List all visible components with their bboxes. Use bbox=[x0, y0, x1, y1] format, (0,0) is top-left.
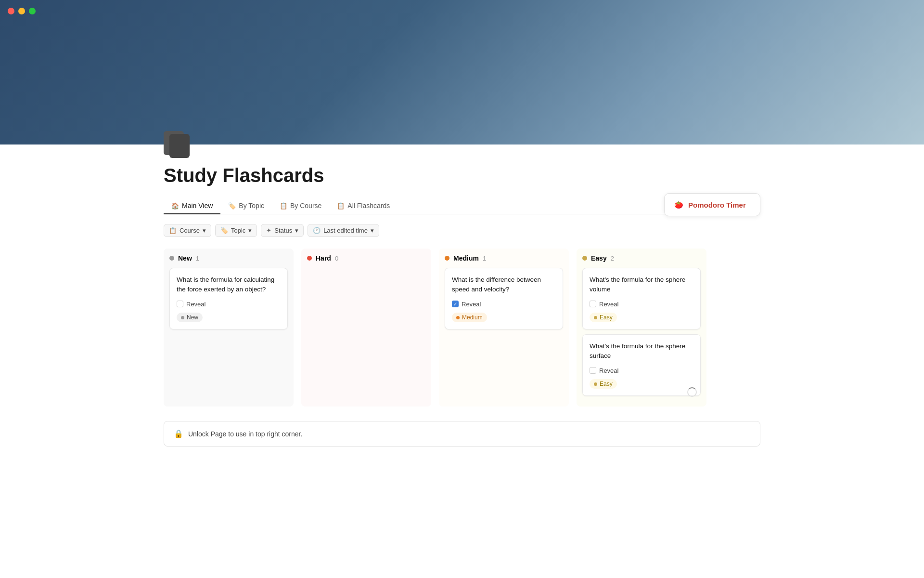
filter-last-edited[interactable]: 🕐 Last edited time ▾ bbox=[308, 224, 379, 237]
reveal-checkbox[interactable] bbox=[590, 301, 596, 307]
flashcard-easy-1[interactable]: What's the formula for the sphere volume… bbox=[582, 268, 701, 329]
maximize-button[interactable] bbox=[29, 8, 36, 14]
reveal-row: Reveal bbox=[590, 367, 693, 374]
status-filter-icon: ✦ bbox=[266, 227, 271, 234]
status-badge-new: New bbox=[177, 313, 281, 323]
easy-dot bbox=[582, 256, 587, 261]
hard-dot bbox=[307, 256, 312, 261]
course-filter-icon: 📋 bbox=[169, 227, 177, 234]
reveal-checkbox[interactable] bbox=[177, 301, 183, 307]
column-header-hard: Hard 0 bbox=[307, 254, 425, 262]
chevron-down-icon: ▾ bbox=[203, 227, 206, 234]
filter-course[interactable]: 📋 Course ▾ bbox=[164, 224, 211, 237]
status-badge-medium: Medium bbox=[452, 313, 556, 323]
lock-icon: 🔒 bbox=[174, 429, 183, 438]
page-icon bbox=[164, 130, 760, 159]
tabs-area: 🏠 Main View 🏷️ By Topic 📋 By Course 📋 Al… bbox=[164, 198, 760, 214]
tag-icon: 🏷️ bbox=[228, 202, 236, 210]
flashcard-new-1[interactable]: What is the formula for calculating the … bbox=[169, 268, 288, 329]
header-banner bbox=[0, 0, 924, 144]
home-icon: 🏠 bbox=[171, 202, 179, 210]
reveal-row: Reveal bbox=[177, 301, 281, 308]
tab-main-view[interactable]: 🏠 Main View bbox=[164, 198, 220, 214]
column-hard: Hard 0 bbox=[301, 249, 431, 407]
minimize-button[interactable] bbox=[18, 8, 25, 14]
loading-spinner bbox=[687, 387, 697, 397]
flashcard-medium-1[interactable]: What is the difference between speed and… bbox=[445, 268, 563, 329]
badge-dot bbox=[594, 316, 597, 319]
pomodoro-widget[interactable]: 🍅 Pomodoro Timer bbox=[664, 193, 760, 216]
flashcard-icon bbox=[164, 130, 192, 159]
page-content: Study Flashcards 🏠 Main View 🏷️ By Topic… bbox=[125, 130, 799, 466]
column-medium: Medium 1 What is the difference between … bbox=[439, 249, 569, 407]
status-badge-easy-1: Easy bbox=[590, 313, 693, 323]
badge-dot bbox=[181, 316, 184, 319]
close-button[interactable] bbox=[8, 8, 14, 14]
tab-all-flashcards[interactable]: 📋 All Flashcards bbox=[329, 198, 398, 214]
chevron-down-icon: ▾ bbox=[248, 227, 252, 234]
clock-filter-icon: 🕐 bbox=[313, 227, 321, 234]
column-new: New 1 What is the formula for calculatin… bbox=[164, 249, 294, 407]
column-header-easy: Easy 2 bbox=[582, 254, 701, 262]
chevron-down-icon: ▾ bbox=[295, 227, 298, 234]
tag-filter-icon: 🏷️ bbox=[220, 227, 228, 234]
badge-dot bbox=[594, 382, 597, 386]
card-front bbox=[169, 134, 190, 158]
page-title: Study Flashcards bbox=[164, 165, 760, 186]
medium-dot bbox=[445, 256, 449, 261]
tab-by-course[interactable]: 📋 By Course bbox=[272, 198, 329, 214]
reveal-row: ✓ Reveal bbox=[452, 301, 556, 308]
new-dot bbox=[169, 256, 174, 261]
lock-notice: 🔒 Unlock Page to use in top right corner… bbox=[164, 421, 760, 447]
reveal-row: Reveal bbox=[590, 301, 693, 308]
doc-icon: 📋 bbox=[280, 202, 287, 210]
column-easy: Easy 2 What's the formula for the sphere… bbox=[577, 249, 706, 407]
filters-bar: 📋 Course ▾ 🏷️ Topic ▾ ✦ Status ▾ 🕐 Last … bbox=[164, 224, 760, 237]
kanban-board: New 1 What is the formula for calculatin… bbox=[164, 249, 760, 407]
column-header-new: New 1 bbox=[169, 254, 288, 262]
tomato-icon: 🍅 bbox=[674, 200, 683, 209]
traffic-lights bbox=[8, 8, 36, 14]
chevron-down-icon: ▾ bbox=[371, 227, 374, 234]
filter-status[interactable]: ✦ Status ▾ bbox=[261, 224, 304, 237]
flashcard-easy-2[interactable]: What's the formula for the sphere surfac… bbox=[582, 334, 701, 396]
filter-topic[interactable]: 🏷️ Topic ▾ bbox=[215, 224, 257, 237]
badge-dot bbox=[456, 316, 460, 319]
tab-by-topic[interactable]: 🏷️ By Topic bbox=[220, 198, 272, 214]
doc2-icon: 📋 bbox=[337, 202, 345, 210]
reveal-checkbox[interactable]: ✓ bbox=[452, 301, 459, 307]
column-header-medium: Medium 1 bbox=[445, 254, 563, 262]
status-badge-easy-2: Easy bbox=[590, 379, 693, 389]
reveal-checkbox[interactable] bbox=[590, 367, 596, 374]
